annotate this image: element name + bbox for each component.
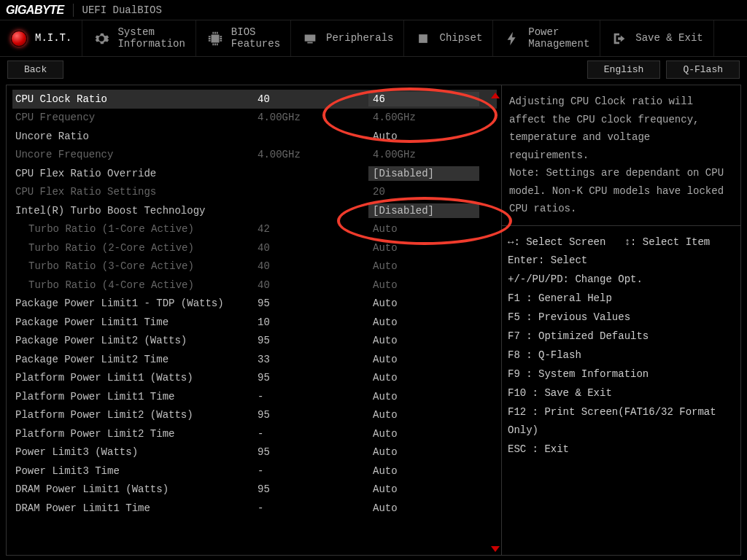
- setting-value[interactable]: Auto: [368, 333, 479, 348]
- setting-default: 95: [258, 446, 368, 458]
- setting-row: CPU Flex Ratio Settings20: [12, 183, 497, 202]
- tab-mit[interactable]: M.I.T.: [0, 20, 82, 56]
- setting-row[interactable]: DRAM Power Limit1 Time-Auto: [12, 499, 497, 518]
- secondary-bar: Back English Q-Flash: [0, 57, 747, 82]
- setting-value[interactable]: Auto: [368, 427, 479, 441]
- setting-value[interactable]: Auto: [368, 408, 479, 422]
- exit-icon: [611, 30, 628, 47]
- power-icon: [503, 30, 521, 47]
- setting-default: -: [258, 502, 368, 514]
- setting-value[interactable]: Auto: [368, 352, 479, 367]
- setting-value[interactable]: 46: [368, 92, 479, 106]
- setting-name: Platform Power Limit2 Time: [15, 428, 258, 440]
- setting-value: 4.60GHz: [368, 110, 479, 125]
- key-line: ESC : Exit: [508, 440, 736, 459]
- setting-name: Platform Power Limit2 (Watts): [15, 409, 258, 421]
- setting-value: Auto: [368, 222, 479, 236]
- tab-label: System Information: [117, 27, 185, 50]
- chip-icon: [206, 30, 224, 47]
- setting-value[interactable]: Auto: [368, 482, 479, 497]
- chipset-icon: [414, 30, 432, 47]
- setting-row[interactable]: CPU Clock Ratio4046: [12, 90, 497, 109]
- setting-name: Package Power Limit1 Time: [15, 316, 258, 328]
- setting-value: Auto: [368, 259, 479, 273]
- tab-chipset[interactable]: Chipset: [404, 20, 493, 56]
- tab-label: Power Management: [528, 27, 589, 50]
- key-line: F7 : Optimized Defaults: [508, 327, 736, 346]
- svg-rect-0: [211, 34, 219, 42]
- setting-default: -: [258, 465, 368, 477]
- setting-name: Platform Power Limit1 (Watts): [15, 372, 258, 384]
- tab-label: Save & Exit: [635, 33, 703, 44]
- help-text: Adjusting CPU Clock ratio will affect th…: [502, 85, 740, 225]
- setting-default: 40: [258, 260, 368, 272]
- setting-default: 95: [258, 409, 368, 421]
- scroll-up-indicator: [491, 93, 500, 98]
- setting-value[interactable]: Auto: [368, 296, 479, 311]
- setting-row: Uncore Frequency4.00GHz4.00GHz: [12, 146, 497, 165]
- tab-bios-features[interactable]: BIOS Features: [196, 20, 291, 56]
- setting-row[interactable]: Package Power Limit1 Time10Auto: [12, 313, 497, 332]
- setting-value[interactable]: [Disabled]: [368, 203, 479, 218]
- setting-row[interactable]: Platform Power Limit2 (Watts)95Auto: [12, 406, 497, 425]
- setting-row[interactable]: Power Limit3 Time-Auto: [12, 462, 497, 481]
- setting-default: -: [258, 391, 368, 402]
- mit-icon: [10, 30, 28, 47]
- setting-value[interactable]: Auto: [368, 464, 479, 478]
- setting-row: CPU Frequency4.00GHz4.60GHz: [12, 109, 497, 128]
- setting-default: 4.00GHz: [258, 112, 368, 123]
- key-line: F5 : Previous Values: [508, 308, 736, 327]
- setting-name: Turbo Ratio (3-Core Active): [15, 260, 258, 272]
- setting-value: 4.00GHz: [368, 147, 479, 162]
- svg-rect-2: [307, 42, 312, 43]
- setting-default: -: [258, 428, 368, 440]
- setting-default: 10: [258, 316, 368, 328]
- setting-row[interactable]: Power Limit3 (Watts)95Auto: [12, 443, 497, 462]
- setting-value[interactable]: Auto: [368, 315, 479, 330]
- back-button[interactable]: Back: [7, 61, 63, 79]
- setting-row[interactable]: Package Power Limit2 (Watts)95Auto: [12, 332, 497, 351]
- qflash-button[interactable]: Q-Flash: [666, 61, 740, 79]
- tab-label: Peripherals: [326, 33, 393, 44]
- key-line: F12 : Print Screen(FAT16/32 Format Only): [508, 403, 736, 441]
- gear-icon: [93, 30, 110, 47]
- setting-default: 95: [258, 372, 368, 384]
- setting-name: DRAM Power Limit1 (Watts): [15, 483, 258, 495]
- setting-name: CPU Flex Ratio Settings: [15, 186, 258, 198]
- setting-row: Turbo Ratio (3-Core Active)40Auto: [12, 257, 497, 276]
- setting-default: 40: [258, 93, 368, 105]
- setting-row[interactable]: Platform Power Limit2 Time-Auto: [12, 424, 497, 443]
- setting-row[interactable]: Package Power Limit1 - TDP (Watts)95Auto: [12, 295, 497, 314]
- language-button[interactable]: English: [587, 61, 661, 79]
- setting-name: Package Power Limit1 - TDP (Watts): [15, 298, 258, 309]
- setting-name: Package Power Limit2 (Watts): [15, 335, 258, 346]
- setting-name: CPU Frequency: [15, 112, 258, 123]
- help-pane: Adjusting CPU Clock ratio will affect th…: [501, 85, 740, 555]
- setting-row: Turbo Ratio (2-Core Active)40Auto: [12, 238, 497, 257]
- setting-row[interactable]: CPU Flex Ratio Override[Disabled]: [12, 164, 497, 183]
- setting-row[interactable]: DRAM Power Limit1 (Watts)95Auto: [12, 481, 497, 499]
- key-line: F8 : Q-Flash: [508, 346, 736, 365]
- setting-row[interactable]: Intel(R) Turbo Boost Technology[Disabled…: [12, 201, 497, 220]
- tab-power-management[interactable]: Power Management: [493, 20, 600, 56]
- setting-default: 40: [258, 279, 368, 291]
- setting-value[interactable]: Auto: [368, 370, 479, 385]
- setting-row[interactable]: Platform Power Limit1 (Watts)95Auto: [12, 369, 497, 388]
- tab-system-information[interactable]: System Information: [82, 20, 196, 56]
- setting-value[interactable]: Auto: [368, 445, 479, 459]
- key-line: +/-/PU/PD: Change Opt.: [508, 271, 736, 289]
- setting-value[interactable]: Auto: [368, 501, 479, 516]
- tab-label: M.I.T.: [35, 33, 71, 44]
- setting-name: Power Limit3 (Watts): [15, 446, 258, 458]
- setting-value: 20: [368, 184, 479, 199]
- setting-value[interactable]: Auto: [368, 389, 479, 404]
- setting-value[interactable]: Auto: [368, 129, 479, 144]
- setting-row[interactable]: Platform Power Limit1 Time-Auto: [12, 387, 497, 406]
- tab-save-exit[interactable]: Save & Exit: [600, 20, 713, 56]
- tab-peripherals[interactable]: Peripherals: [291, 20, 404, 56]
- setting-row[interactable]: Uncore RatioAuto: [12, 127, 497, 146]
- setting-value[interactable]: [Disabled]: [368, 166, 479, 181]
- key-line: F1 : General Help: [508, 289, 736, 308]
- peripherals-icon: [301, 30, 319, 47]
- setting-row[interactable]: Package Power Limit2 Time33Auto: [12, 350, 497, 369]
